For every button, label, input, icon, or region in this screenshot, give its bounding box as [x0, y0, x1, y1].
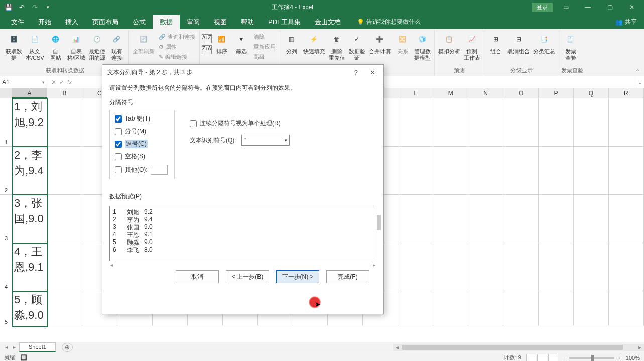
cell[interactable] [574, 98, 609, 147]
cell[interactable]: 1，刘旭,9.2 [12, 98, 47, 147]
preview-vscroll[interactable] [377, 215, 381, 230]
cell[interactable] [503, 195, 539, 243]
sort-asc-icon[interactable]: A↓Z [202, 34, 212, 43]
sheet-nav-prev-icon[interactable]: ◂ [2, 344, 10, 350]
consolidate-button[interactable]: ➕合并计算 [367, 30, 393, 56]
cell[interactable] [468, 98, 503, 147]
column-header[interactable]: L [398, 88, 433, 98]
edit-links-button[interactable]: ✎编辑链接 [157, 52, 197, 62]
cell[interactable]: 2，李为,9.4 [12, 147, 47, 195]
reapply-button[interactable]: 重新应用 [251, 42, 278, 52]
properties-button[interactable]: ⚙属性 [157, 42, 197, 52]
cell[interactable] [539, 291, 574, 326]
other-delimiter-input[interactable] [151, 165, 168, 175]
column-header[interactable]: M [433, 88, 468, 98]
login-button[interactable]: 登录 [532, 3, 553, 12]
zoom-out-icon[interactable]: − [563, 355, 566, 361]
other-checkbox[interactable]: 其他(O): [115, 166, 148, 174]
from-csv-button[interactable]: 📄从文 本/CSV [24, 30, 46, 62]
get-data-button[interactable]: 🗄️获取数 据 [4, 30, 24, 62]
advanced-button[interactable]: 高级 [251, 52, 278, 62]
expand-formula-icon[interactable]: ⌄ [635, 76, 644, 88]
ribbon-display-icon[interactable]: ▭ [557, 2, 575, 13]
column-header[interactable]: Q [574, 88, 609, 98]
cell[interactable] [398, 291, 433, 326]
maximize-icon[interactable]: ▢ [601, 2, 619, 13]
relations-button[interactable]: 🔀关系 [393, 30, 412, 56]
forecast-button[interactable]: 📈预测 工作表 [462, 30, 482, 62]
row-header[interactable]: 3 [0, 195, 12, 243]
tab-formulas[interactable]: 公式 [125, 15, 153, 29]
flash-fill-button[interactable]: ⚡快速填充 [302, 30, 327, 56]
sheet-nav-next-icon[interactable]: ▸ [10, 344, 18, 350]
group-button[interactable]: ⊞组合 [486, 30, 505, 56]
queries-button[interactable]: 🔗查询和连接 [157, 32, 197, 42]
from-table-button[interactable]: 📊自表 格/区域 [66, 30, 87, 62]
tab-review[interactable]: 审阅 [180, 15, 207, 29]
cell[interactable] [433, 98, 468, 147]
cell[interactable] [398, 243, 433, 291]
tab-home[interactable]: 开始 [31, 15, 58, 29]
cell[interactable] [539, 195, 574, 243]
cell[interactable] [47, 291, 82, 326]
close-icon[interactable]: ✕ [623, 2, 641, 13]
existing-conn-button[interactable]: 🔗现有 连接 [107, 30, 126, 62]
cell[interactable] [468, 291, 503, 326]
subtotal-button[interactable]: 📑分类汇总 [532, 30, 557, 56]
cell[interactable] [468, 243, 503, 291]
cell[interactable] [609, 291, 644, 326]
fx-icon[interactable]: fx [67, 79, 72, 86]
collapse-ribbon-icon[interactable]: ^ [634, 67, 641, 75]
row-header[interactable]: 5 [0, 291, 12, 326]
invoice-button[interactable]: 🧾发票 查验 [561, 30, 580, 62]
clear-filter-button[interactable]: 清除 [251, 32, 278, 42]
cell[interactable] [539, 147, 574, 195]
cell[interactable] [503, 147, 539, 195]
column-header[interactable]: P [539, 88, 574, 98]
finish-button[interactable]: 完成(F) [326, 270, 369, 283]
undo-icon[interactable]: ↶ [16, 2, 27, 13]
cell[interactable] [433, 195, 468, 243]
view-normal-button[interactable] [526, 354, 536, 362]
cell[interactable]: 3，张国,9.0 [12, 195, 47, 243]
redo-icon[interactable]: ↷ [29, 2, 40, 13]
cell[interactable] [47, 98, 82, 147]
chevron-down-icon[interactable]: ▾ [42, 80, 45, 85]
column-header[interactable]: R [609, 88, 644, 98]
tab-file[interactable]: 文件 [4, 15, 31, 29]
next-button[interactable]: 下一步(N) > [276, 270, 319, 283]
cell[interactable] [609, 147, 644, 195]
cell[interactable] [574, 243, 609, 291]
cell[interactable]: 4，王恩,9.1 [12, 243, 47, 291]
column-header[interactable]: A [12, 88, 47, 98]
row-header[interactable]: 1 [0, 98, 12, 147]
sheet-tab[interactable]: Sheet1 [19, 342, 56, 352]
tab-wps[interactable]: 金山文档 [308, 15, 348, 29]
cell[interactable] [503, 98, 539, 147]
qualifier-select[interactable]: " ▾ [241, 135, 290, 146]
data-validation-button[interactable]: ✓数据验 证 [347, 30, 367, 62]
sort-button[interactable]: 📶排序 [212, 30, 231, 56]
view-break-button[interactable] [548, 354, 558, 362]
back-button[interactable]: < 上一步(B) [226, 270, 269, 283]
cell[interactable] [398, 147, 433, 195]
whatif-button[interactable]: 📋模拟分析 [437, 30, 462, 56]
cell[interactable] [574, 195, 609, 243]
tab-view[interactable]: 视图 [207, 15, 234, 29]
zoom-in-icon[interactable]: + [617, 355, 620, 361]
from-web-button[interactable]: 🌐自 网站 [46, 30, 65, 62]
zoom-value[interactable]: 100% [626, 355, 640, 361]
tab-pdf[interactable]: PDF工具集 [261, 15, 308, 29]
space-checkbox[interactable]: 空格(S) [115, 152, 169, 161]
column-header[interactable]: N [468, 88, 503, 98]
sort-desc-icon[interactable]: Z↓A [202, 45, 212, 54]
tab-checkbox[interactable]: Tab 键(T) [115, 114, 169, 123]
cell[interactable] [433, 291, 468, 326]
data-model-button[interactable]: 🧊管理数 据模型 [413, 30, 432, 62]
name-box[interactable]: A1 ▾ [0, 76, 47, 88]
cell[interactable] [468, 195, 503, 243]
share-button[interactable]: 👥 共享 [608, 15, 644, 29]
column-header[interactable]: O [503, 88, 539, 98]
close-icon[interactable]: ✕ [367, 68, 378, 77]
text-to-columns-button[interactable]: ▥分列 [282, 30, 301, 56]
